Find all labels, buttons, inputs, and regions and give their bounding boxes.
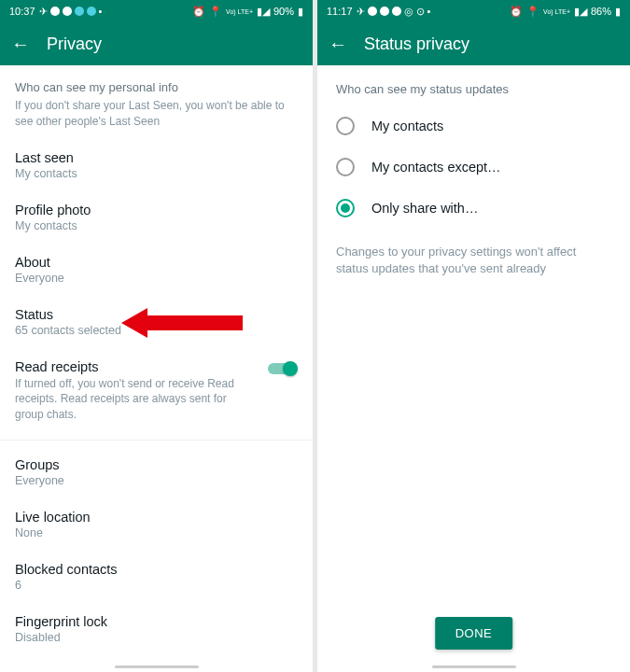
setting-label: Live location xyxy=(15,510,298,525)
location-icon: 📍 xyxy=(526,6,539,18)
screen-privacy: 10:37 ✈• ⏰ 📍 Vo) LTE+ ▮◢ 90% ▮ ← Privacy… xyxy=(0,0,313,672)
radio-icon-checked xyxy=(336,199,355,217)
signal-icon: ▮◢ xyxy=(257,6,270,18)
done-button[interactable]: DONE xyxy=(435,617,513,650)
setting-value: Everyone xyxy=(15,272,298,285)
screen-status-privacy: 11:17 ✈◎⊙• ⏰ 📍 Vo) LTE+ ▮◢ 86% ▮ ← Statu… xyxy=(317,0,630,672)
back-icon[interactable]: ← xyxy=(329,34,347,55)
setting-live-location[interactable]: Live location None xyxy=(0,498,313,551)
section-header-personal: Who can see my personal info xyxy=(0,65,313,98)
setting-value: Everyone xyxy=(15,474,298,487)
alarm-icon: ⏰ xyxy=(510,6,523,18)
lte-indicator: Vo) LTE+ xyxy=(543,8,570,15)
section-header-status: Who can see my status updates xyxy=(317,65,630,105)
privacy-content: Who can see my personal info If you don'… xyxy=(0,65,313,672)
setting-label: Last seen xyxy=(15,150,298,165)
setting-label: Groups xyxy=(15,457,298,472)
privacy-note: Changes to your privacy settings won't a… xyxy=(317,229,630,292)
nav-handle xyxy=(115,665,199,668)
setting-value: None xyxy=(15,526,298,539)
alarm-icon: ⏰ xyxy=(192,6,205,18)
setting-profile-photo[interactable]: Profile photo My contacts xyxy=(0,191,313,244)
toggle-thumb xyxy=(283,361,298,376)
setting-last-seen[interactable]: Last seen My contacts xyxy=(0,139,313,191)
signal-icon: ▮◢ xyxy=(574,6,587,18)
status-icons-left: ✈• xyxy=(39,6,103,18)
battery-percent: 86% xyxy=(591,6,611,17)
radio-option-only-share-with[interactable]: Only share with… xyxy=(317,188,630,229)
status-icons-left: ✈◎⊙• xyxy=(357,6,431,18)
battery-icon: ▮ xyxy=(298,6,303,18)
setting-desc: If turned off, you won't send or receive… xyxy=(15,376,298,423)
status-time: 10:37 xyxy=(9,6,35,17)
setting-value: Disabled xyxy=(15,631,298,644)
setting-fingerprint-lock[interactable]: Fingerprint lock Disabled xyxy=(0,603,313,655)
status-privacy-content: Who can see my status updates My contact… xyxy=(317,65,630,672)
radio-label: My contacts xyxy=(371,119,443,133)
setting-read-receipts[interactable]: Read receipts If turned off, you won't s… xyxy=(0,348,313,434)
radio-option-my-contacts[interactable]: My contacts xyxy=(317,105,630,147)
setting-status[interactable]: Status 65 contacts selected xyxy=(0,296,313,348)
page-title: Privacy xyxy=(47,35,102,54)
radio-icon xyxy=(336,117,355,135)
setting-value: 6 xyxy=(15,579,298,592)
nav-handle xyxy=(432,665,516,668)
setting-label: About xyxy=(15,255,298,270)
radio-label: My contacts except… xyxy=(371,160,501,175)
back-icon[interactable]: ← xyxy=(11,34,30,55)
read-receipts-toggle[interactable] xyxy=(268,361,298,376)
status-time: 11:17 xyxy=(327,6,353,17)
battery-percent: 90% xyxy=(273,6,294,17)
setting-about[interactable]: About Everyone xyxy=(0,244,313,296)
location-icon: 📍 xyxy=(209,6,222,18)
radio-option-contacts-except[interactable]: My contacts except… xyxy=(317,147,630,188)
lte-indicator: Vo) LTE+ xyxy=(226,8,253,15)
setting-label: Read receipts xyxy=(15,359,298,374)
radio-label: Only share with… xyxy=(371,201,478,216)
page-title: Status privacy xyxy=(364,35,469,54)
setting-label: Status xyxy=(15,307,298,322)
section-desc-personal: If you don't share your Last Seen, you w… xyxy=(0,98,313,139)
setting-groups[interactable]: Groups Everyone xyxy=(0,446,313,498)
setting-value: 65 contacts selected xyxy=(15,324,298,337)
status-bar: 11:17 ✈◎⊙• ⏰ 📍 Vo) LTE+ ▮◢ 86% ▮ xyxy=(317,0,630,22)
radio-icon xyxy=(336,158,355,176)
app-bar: ← Status privacy xyxy=(317,22,630,65)
app-bar: ← Privacy xyxy=(0,22,313,65)
setting-value: My contacts xyxy=(15,219,298,232)
setting-blocked-contacts[interactable]: Blocked contacts 6 xyxy=(0,551,313,603)
divider xyxy=(0,440,313,441)
setting-value: My contacts xyxy=(15,167,298,180)
battery-icon: ▮ xyxy=(615,6,621,18)
setting-label: Profile photo xyxy=(15,203,298,217)
setting-label: Fingerprint lock xyxy=(15,614,298,629)
setting-label: Blocked contacts xyxy=(15,562,298,577)
status-bar: 10:37 ✈• ⏰ 📍 Vo) LTE+ ▮◢ 90% ▮ xyxy=(0,0,313,22)
